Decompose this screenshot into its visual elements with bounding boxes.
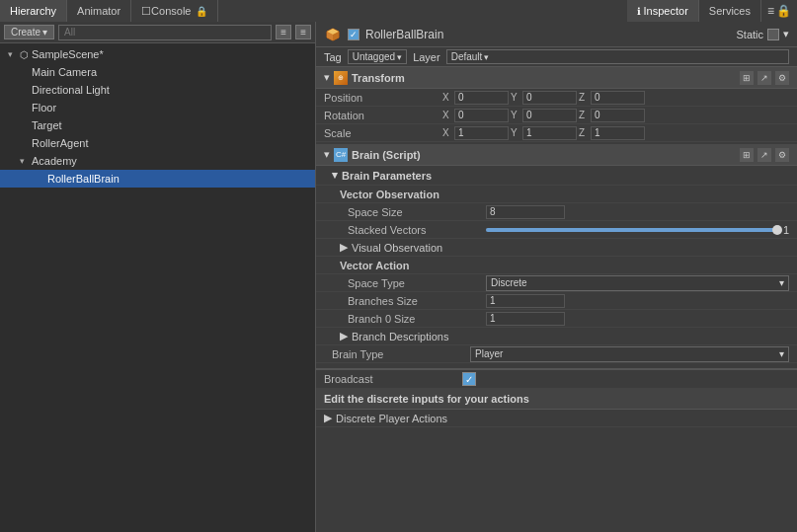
hierarchy-item-roller-agent[interactable]: RollerAgent (0, 134, 315, 152)
position-x-field: X (442, 91, 509, 105)
brain-type-label: Brain Type (332, 348, 470, 360)
rotation-z-input[interactable] (591, 109, 645, 122)
space-size-row: Space Size (316, 203, 797, 221)
lock-icon: 🔒 (196, 6, 207, 17)
hierarchy-item-main-camera[interactable]: Main Camera (0, 63, 315, 81)
rotation-y-field: Y (511, 109, 577, 122)
position-x-input[interactable] (454, 91, 509, 105)
tab-console[interactable]: ☐ Console 🔒 (131, 0, 218, 22)
scale-z-input[interactable] (591, 126, 645, 140)
scale-x-input[interactable] (454, 126, 509, 140)
scale-z-field: Z (579, 126, 645, 140)
object-name: RollerBallBrain (365, 28, 730, 41)
rotation-x-input[interactable] (454, 109, 509, 122)
brain-type-arrow: ▾ (779, 348, 784, 359)
brain-settings-icon[interactable]: ⊞ (740, 148, 754, 162)
hierarchy-item-academy[interactable]: ▾ Academy (0, 152, 315, 170)
transform-title: Transform (352, 72, 736, 84)
position-z-field: Z (579, 91, 645, 105)
hierarchy-item-target[interactable]: Target (0, 116, 315, 134)
position-y-input[interactable] (522, 91, 577, 105)
rotation-row: Rotation X Y Z (316, 107, 797, 124)
position-y-field: Y (511, 91, 577, 105)
brain-script-icon: C# (334, 148, 348, 162)
inspector-content: ▾ ⊕ Transform ⊞ ↗ ⚙ Position X (316, 67, 797, 532)
tab-animator[interactable]: Animator (67, 0, 131, 22)
inspector-icon: ℹ (637, 6, 641, 17)
scene-root-item[interactable]: ▾ ⬡ SampleScene* (0, 45, 315, 63)
brain-script-icons: ⊞ ↗ ⚙ (740, 148, 789, 162)
rotation-x-field: X (442, 109, 509, 122)
space-type-dropdown[interactable]: Discrete ▾ (486, 275, 789, 291)
branch-desc-row[interactable]: ▶ Branch Descriptions (316, 328, 797, 345)
broadcast-checkbox[interactable]: ✓ (462, 372, 476, 386)
vector-action-label-row: Vector Action (316, 257, 797, 274)
tag-layer-row: Tag Untagged ▾ Layer Default ▾ (316, 47, 797, 67)
branch0-size-input[interactable] (486, 312, 565, 326)
tab-inspector[interactable]: ℹ Inspector (627, 0, 699, 22)
create-button[interactable]: Create ▾ (4, 25, 54, 39)
position-z-input[interactable] (591, 91, 645, 105)
static-toggle-row: Static ▾ (736, 28, 789, 40)
inspector-panel: ✓ RollerBallBrain Static ▾ Tag Untagged … (316, 22, 797, 532)
create-dropdown-arrow: ▾ (42, 27, 47, 38)
brain-type-dropdown[interactable]: Player ▾ (470, 346, 789, 362)
lock-inspector-icon[interactable]: 🔒 (776, 4, 791, 18)
brain-script-title: Brain (Script) (352, 149, 736, 161)
scale-fields: X Y Z (442, 126, 789, 140)
info-text: Edit the discrete inputs for your action… (316, 389, 797, 410)
object-active-checkbox[interactable]: ✓ (348, 29, 359, 40)
scale-row: Scale X Y Z (316, 124, 797, 142)
stacked-vectors-slider-row: 1 (486, 224, 789, 236)
branches-size-input[interactable] (486, 294, 565, 308)
hierarchy-tree: ▾ ⬡ SampleScene* Main Camera Directional… (0, 43, 315, 532)
scale-y-field: Y (511, 126, 577, 140)
layer-dropdown-arrow: ▾ (484, 52, 489, 62)
rotation-y-input[interactable] (522, 109, 577, 122)
branch0-size-label: Branch 0 Size (348, 313, 486, 325)
filter-button[interactable]: ≡ (276, 25, 291, 39)
transform-settings-icon[interactable]: ⊞ (740, 71, 754, 85)
tab-hierarchy[interactable]: Hierarchy (0, 0, 67, 22)
space-size-input[interactable] (486, 205, 565, 219)
hierarchy-menu-button[interactable]: ≡ (295, 25, 311, 39)
transform-menu-icon[interactable]: ⚙ (775, 71, 789, 85)
brain-script-header[interactable]: ▾ C# Brain (Script) ⊞ ↗ ⚙ (316, 144, 797, 166)
top-tab-bar: Hierarchy Animator ☐ Console 🔒 ℹ Inspect… (0, 0, 797, 22)
hierarchy-item-directional-light[interactable]: Directional Light (0, 81, 315, 99)
discrete-player-row[interactable]: ▶ Discrete Player Actions (316, 410, 797, 427)
branch-desc-arrow: ▶ (340, 330, 348, 342)
brain-link-icon[interactable]: ↗ (757, 148, 771, 162)
position-row: Position X Y Z (316, 89, 797, 107)
scale-label: Scale (324, 127, 442, 139)
hierarchy-item-rollerball-brain[interactable]: RollerBallBrain (0, 170, 315, 188)
transform-expand-arrow: ▾ (324, 71, 330, 84)
space-type-row: Space Type Discrete ▾ (316, 274, 797, 292)
visual-obs-row[interactable]: ▶ Visual Observation (316, 239, 797, 257)
static-checkbox[interactable] (767, 29, 779, 40)
brain-params-arrow: ▾ (332, 169, 338, 182)
hierarchy-item-floor[interactable]: Floor (0, 99, 315, 116)
inspector-object-header: ✓ RollerBallBrain Static ▾ (316, 22, 797, 47)
discrete-player-arrow: ▶ (324, 412, 332, 424)
hierarchy-panel: Create ▾ ≡ ≡ ▾ ⬡ SampleScene* Main Camer… (0, 22, 316, 532)
broadcast-label: Broadcast (324, 373, 462, 385)
brain-expand-arrow: ▾ (324, 148, 330, 161)
object-cube-icon (324, 26, 342, 43)
brain-type-row: Brain Type Player ▾ (316, 345, 797, 363)
position-fields: X Y Z (442, 91, 789, 105)
static-dropdown-arrow[interactable]: ▾ (783, 28, 789, 40)
search-input[interactable] (58, 25, 272, 40)
brain-menu-icon[interactable]: ⚙ (775, 148, 789, 162)
vector-obs-label-row: Vector Observation (316, 186, 797, 203)
stacked-vectors-slider-track[interactable] (486, 228, 777, 232)
panel-menu-icon[interactable]: ≡ (767, 4, 774, 18)
tab-services[interactable]: Services (699, 0, 761, 22)
tag-dropdown[interactable]: Untagged ▾ (348, 49, 407, 64)
transform-component-header[interactable]: ▾ ⊕ Transform ⊞ ↗ ⚙ (316, 67, 797, 89)
space-type-label: Space Type (348, 277, 486, 289)
transform-link-icon[interactable]: ↗ (757, 71, 771, 85)
scene-icon: ⬡ (20, 49, 29, 60)
layer-dropdown[interactable]: Default ▾ (446, 49, 789, 64)
scale-y-input[interactable] (522, 126, 577, 140)
